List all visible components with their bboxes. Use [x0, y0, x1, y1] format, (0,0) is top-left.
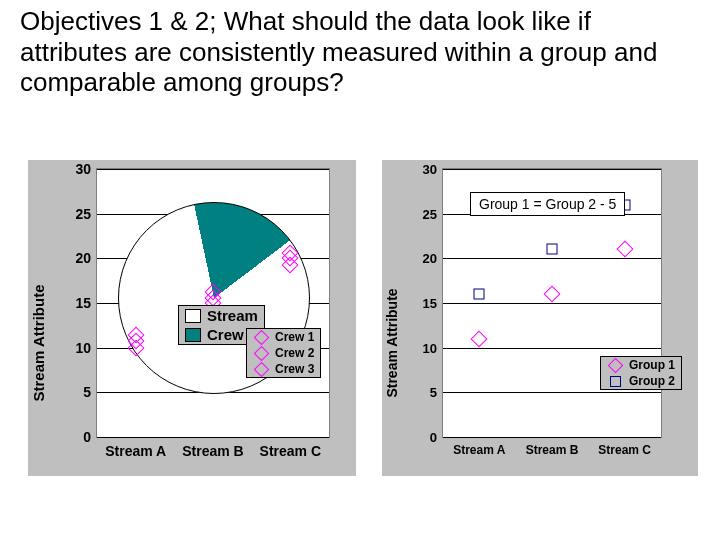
chart-left-ylabel: Stream Attribute — [30, 285, 47, 402]
group-legend-label: Group 2 — [629, 374, 675, 388]
x-tick-label: Stream A — [453, 443, 505, 457]
y-tick-label: 30 — [75, 161, 91, 177]
chart-left-plot: 051015202530Stream AStream BStream C — [96, 168, 330, 438]
y-tick-label: 20 — [423, 251, 437, 266]
y-tick-label: 10 — [423, 340, 437, 355]
data-point — [474, 289, 485, 300]
data-point — [616, 241, 633, 258]
chart-left: Stream Attribute 051015202530Stream AStr… — [28, 160, 356, 476]
pie-legend-label: Crew — [207, 326, 244, 343]
annotation-box: Group 1 = Group 2 - 5 — [470, 192, 625, 216]
diamond-icon — [608, 357, 624, 373]
group-legend-row: Group 2 — [601, 373, 681, 389]
data-point — [471, 330, 488, 347]
crew-legend-label: Crew 1 — [275, 330, 314, 344]
x-tick-label: Stream A — [105, 443, 166, 459]
gridline — [443, 437, 661, 438]
pie-legend-label: Stream — [207, 307, 258, 324]
x-tick-label: Stream B — [182, 443, 243, 459]
y-tick-label: 5 — [83, 384, 91, 400]
group-legend-label: Group 1 — [629, 358, 675, 372]
pie-legend-swatch-stream — [185, 309, 201, 323]
gridline — [97, 437, 329, 438]
diamond-icon — [254, 345, 270, 361]
slide: Objectives 1 & 2; What should the data l… — [0, 0, 720, 540]
y-tick-label: 0 — [83, 429, 91, 445]
pie-legend-swatch-crew — [185, 328, 201, 342]
gridline — [97, 169, 329, 170]
gridline — [443, 258, 661, 259]
pie-legend-row-stream: Stream — [179, 306, 264, 325]
diamond-icon — [254, 361, 270, 377]
crew-legend-row: Crew 3 — [247, 361, 320, 377]
gridline — [443, 303, 661, 304]
group-legend-row: Group 1 — [601, 357, 681, 373]
data-point — [547, 244, 558, 255]
crew-legend-row: Crew 1 — [247, 329, 320, 345]
y-tick-label: 25 — [75, 206, 91, 222]
diamond-icon — [254, 329, 270, 345]
square-icon — [610, 376, 621, 387]
chart-right-ylabel: Stream Attribute — [384, 289, 400, 398]
group-legend: Group 1 Group 2 — [600, 356, 682, 390]
y-tick-label: 20 — [75, 250, 91, 266]
y-tick-label: 10 — [75, 340, 91, 356]
y-tick-label: 15 — [75, 295, 91, 311]
y-tick-label: 0 — [430, 430, 437, 445]
crew-legend-label: Crew 3 — [275, 362, 314, 376]
gridline — [443, 348, 661, 349]
crew-legend-label: Crew 2 — [275, 346, 314, 360]
crew-legend: Crew 1 Crew 2 Crew 3 — [246, 328, 321, 378]
y-tick-label: 5 — [430, 385, 437, 400]
gridline — [443, 392, 661, 393]
gridline — [443, 169, 661, 170]
y-tick-label: 15 — [423, 296, 437, 311]
data-point — [544, 286, 561, 303]
x-tick-label: Stream B — [526, 443, 579, 457]
slide-title: Objectives 1 & 2; What should the data l… — [20, 6, 700, 98]
y-tick-label: 30 — [423, 162, 437, 177]
x-tick-label: Stream C — [598, 443, 651, 457]
y-tick-label: 25 — [423, 206, 437, 221]
crew-legend-row: Crew 2 — [247, 345, 320, 361]
x-tick-label: Stream C — [260, 443, 321, 459]
